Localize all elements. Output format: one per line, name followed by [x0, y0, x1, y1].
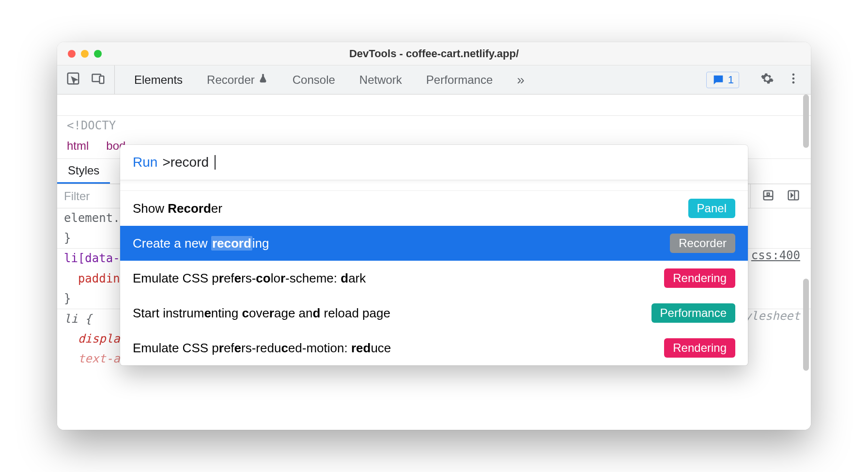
command-result-text: Show Recorder — [133, 201, 222, 216]
command-result-2[interactable]: Emulate CSS prefers-color-scheme: darkRe… — [120, 261, 748, 296]
dom-doctype: <!DOCTY — [57, 116, 811, 135]
kebab-menu-icon[interactable] — [787, 72, 800, 88]
window-title: DevTools - coffee-cart.netlify.app/ — [57, 47, 811, 60]
titlebar: DevTools - coffee-cart.netlify.app/ — [57, 42, 811, 65]
minimize-window-button[interactable] — [81, 50, 89, 58]
command-result-badge: Rendering — [664, 338, 735, 358]
command-prompt: Run — [133, 155, 157, 170]
devtools-window: DevTools - coffee-cart.netlify.app/ Elem… — [57, 42, 811, 430]
toggle-sidebar-icon[interactable] — [787, 189, 800, 204]
command-result-text: Emulate CSS prefers-color-scheme: dark — [133, 271, 366, 286]
command-result-0[interactable]: Show RecorderPanel — [120, 191, 748, 226]
command-result-text: Create a new recording — [133, 236, 269, 251]
svg-point-5 — [792, 81, 795, 83]
svg-rect-2 — [100, 76, 104, 83]
settings-icon[interactable] — [760, 72, 774, 88]
window-controls — [57, 50, 102, 58]
command-result-text: Start instrumenting coverage and reload … — [133, 306, 390, 321]
panel-tabs: Elements Recorder Console Network Perfor… — [115, 65, 706, 94]
device-toolbar-icon[interactable] — [91, 71, 106, 89]
tab-console[interactable]: Console — [293, 65, 335, 94]
issues-count: 1 — [728, 74, 734, 86]
maximize-window-button[interactable] — [94, 50, 102, 58]
tab-elements[interactable]: Elements — [134, 65, 183, 94]
command-result-1[interactable]: Create a new recordingRecorder — [120, 226, 748, 261]
command-input[interactable]: Run >record — [120, 145, 748, 180]
devtools-toolbar: Elements Recorder Console Network Perfor… — [57, 65, 811, 94]
panel-content: <!DOCTY html bod Styles Filter element.s — [57, 94, 811, 430]
command-result-badge: Rendering — [664, 268, 735, 288]
inspect-element-icon[interactable] — [66, 71, 80, 89]
svg-rect-7 — [767, 193, 770, 195]
text-cursor — [215, 155, 216, 170]
subtab-styles[interactable]: Styles — [57, 159, 110, 184]
tab-recorder[interactable]: Recorder — [207, 65, 268, 94]
hover-states-icon[interactable] — [761, 189, 775, 204]
rule-source-link[interactable]: css:400 — [751, 249, 800, 262]
crumb-html[interactable]: html — [67, 139, 89, 153]
command-query: >record — [162, 155, 209, 170]
svg-point-4 — [792, 77, 795, 79]
dom-scrollbar[interactable] — [803, 94, 809, 148]
flask-icon — [258, 73, 268, 87]
command-result-text: Emulate CSS prefers-reduced-motion: redu… — [133, 341, 391, 356]
command-result-4[interactable]: Emulate CSS prefers-reduced-motion: redu… — [120, 330, 748, 365]
tab-network[interactable]: Network — [359, 65, 402, 94]
command-result-badge: Performance — [651, 303, 735, 323]
command-palette: Run >record Show RecorderPanelCreate a n… — [120, 145, 748, 365]
command-result-badge: Recorder — [670, 234, 735, 253]
command-result-badge: Panel — [688, 199, 735, 218]
command-result-3[interactable]: Start instrumenting coverage and reload … — [120, 296, 748, 330]
svg-point-3 — [792, 73, 795, 76]
close-window-button[interactable] — [68, 50, 76, 58]
tab-performance[interactable]: Performance — [426, 65, 493, 94]
issues-counter[interactable]: 1 — [706, 72, 739, 88]
more-tabs-button[interactable]: » — [517, 72, 534, 88]
